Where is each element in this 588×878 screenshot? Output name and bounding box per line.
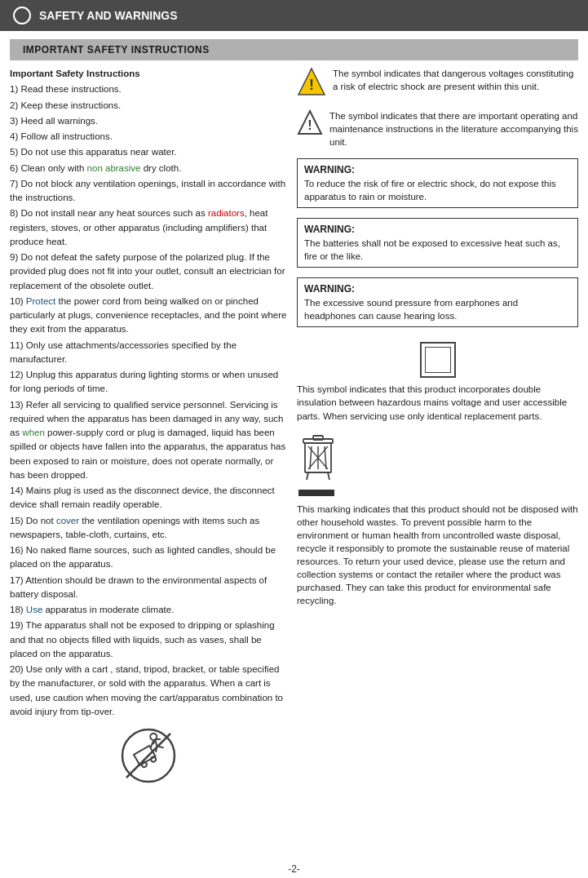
item-17: 17) Attention should be drawn to the env… <box>10 574 287 602</box>
item-10: 10) Protect the power cord from being wa… <box>10 295 287 337</box>
intro-text: Important Safety Instructions <box>10 67 287 81</box>
symbol-row-1: ! The symbol indicates that dangerous vo… <box>297 67 578 100</box>
double-insulation-text: This symbol indicates that this product … <box>297 383 578 422</box>
item-4: 4) Follow all instructions. <box>10 130 287 144</box>
section-title: IMPORTANT SAFETY INSTRUCTIONS <box>23 44 210 55</box>
item-19: 19) The apparatus shall not be exposed t… <box>10 619 287 661</box>
main-content: Important Safety Instructions 1) Read th… <box>0 67 588 850</box>
double-insulation-icon <box>420 342 456 378</box>
item-8: 8) Do not install near any heat sources … <box>10 206 287 249</box>
item-13: 13) Refer all servicing to qualified ser… <box>10 398 287 483</box>
item-12: 12) Unplug this apparatus during lightin… <box>10 368 287 397</box>
electric-shock-icon: ! <box>297 67 326 100</box>
item-15: 15) Do not cover the ventilation opening… <box>10 514 287 543</box>
header-title: SAFETY AND WARNINGS <box>39 9 178 22</box>
svg-text:!: ! <box>307 118 312 132</box>
weee-section: This marking indicates that this product… <box>297 434 578 608</box>
warning3-text: The excessive sound pressure from earpho… <box>304 296 571 322</box>
item-1: 1) Read these instructions. <box>10 82 287 96</box>
warning1-text: To reduce the risk of fire or electric s… <box>304 177 571 203</box>
item-18: 18) Use apparatus in moderate climate. <box>10 603 287 617</box>
item-11: 11) Only use attachments/accessories spe… <box>10 339 287 367</box>
item-5: 5) Do not use this apparatus near water. <box>10 145 287 159</box>
weee-bar <box>298 490 334 496</box>
svg-line-23 <box>328 472 329 480</box>
page-number: -2- <box>288 863 300 875</box>
when-link: when <box>22 428 45 437</box>
tipover-area <box>10 727 287 784</box>
item-14: 14) Mains plug is used as the disconnect… <box>10 484 287 512</box>
svg-rect-17 <box>313 436 323 440</box>
radiators-link: radiators <box>208 208 245 218</box>
symbol-row-2: ! The symbol indicates that there are im… <box>297 109 578 149</box>
tipover-icon <box>120 727 177 784</box>
protect-link: Protect <box>26 296 55 306</box>
item-16: 16) No naked flame sources, such as ligh… <box>10 543 287 572</box>
footer: -2- <box>0 857 588 878</box>
warning1-label: WARNING: <box>304 163 571 177</box>
use-link: Use <box>26 605 42 614</box>
warning-box-1: WARNING: To reduce the risk of fire or e… <box>297 158 578 208</box>
double-insulation-section: This symbol indicates that this product … <box>297 342 578 422</box>
item-7: 7) Do not block any ventilation openings… <box>10 177 287 206</box>
warning3-label: WARNING: <box>304 282 571 296</box>
symbol2-text: The symbol indicates that there are impo… <box>329 109 578 149</box>
important-notice-icon: ! <box>297 109 323 139</box>
page-wrapper: SAFETY AND WARNINGS IMPORTANT SAFETY INS… <box>0 0 588 878</box>
warning2-label: WARNING: <box>304 223 571 237</box>
svg-text:!: ! <box>309 77 314 93</box>
warning-box-2: WARNING: The batteries shall not be expo… <box>297 218 578 268</box>
left-column: Important Safety Instructions 1) Read th… <box>10 67 287 850</box>
header-bar: SAFETY AND WARNINGS <box>0 0 588 31</box>
weee-icon <box>297 434 339 486</box>
item-2: 2) Keep these instructions. <box>10 99 287 113</box>
header-circle-icon <box>13 7 31 24</box>
intro-label: Important Safety Instructions <box>10 69 140 78</box>
weee-text: This marking indicates that this product… <box>297 503 578 608</box>
item-9: 9) Do not defeat the safety purpose of t… <box>10 251 287 293</box>
symbol1-text: The symbol indicates that dangerous volt… <box>333 67 578 93</box>
cover-link: cover <box>56 516 79 525</box>
item-3: 3) Heed all warnings. <box>10 114 287 128</box>
item-6: 6) Clean only with non abrasive dry clot… <box>10 162 287 175</box>
double-insulation-inner-box <box>425 347 451 373</box>
section-title-bar: IMPORTANT SAFETY INSTRUCTIONS <box>10 39 578 60</box>
warning-box-3: WARNING: The excessive sound pressure fr… <box>297 277 578 327</box>
svg-line-22 <box>307 472 308 480</box>
non-abrasive-link: non abrasive <box>87 163 141 173</box>
item-20: 20) Use only with a cart , stand, tripod… <box>10 663 287 719</box>
warning2-text: The batteries shall not be exposed to ex… <box>304 237 571 263</box>
svg-line-11 <box>126 734 170 778</box>
right-column: ! The symbol indicates that dangerous vo… <box>297 67 578 850</box>
